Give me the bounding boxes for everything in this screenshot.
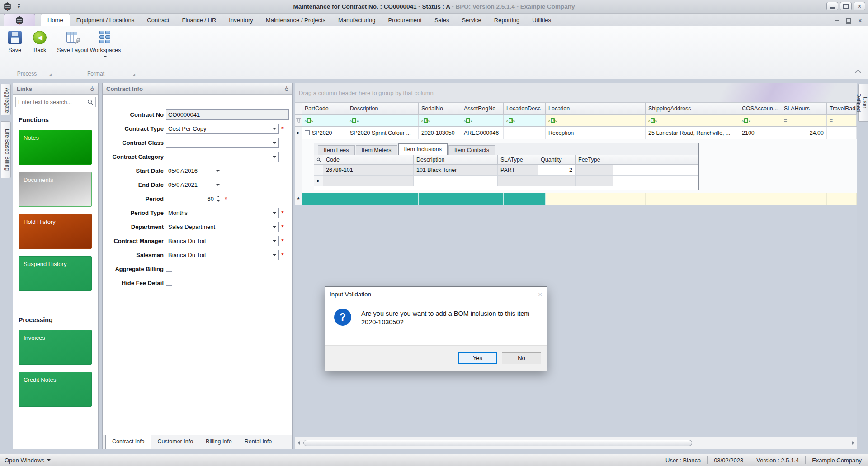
hold-history-button[interactable]: Hold History: [19, 214, 92, 249]
cell-location[interactable]: Reception: [546, 127, 646, 139]
cell-slatype[interactable]: [498, 176, 538, 186]
new-cell-locationdesc[interactable]: [504, 193, 546, 205]
suspend-history-button[interactable]: Suspend History: [19, 256, 92, 291]
column-header-shippingaddress[interactable]: ShippingAddress: [646, 103, 739, 114]
filter-cell-slahours[interactable]: =: [781, 115, 827, 126]
spin-up-icon[interactable]: [217, 196, 220, 197]
end-date-picker[interactable]: 05/07/2021: [166, 180, 222, 190]
ribbon-tab-utilities[interactable]: Utilities: [526, 14, 557, 26]
period-stepper[interactable]: [166, 194, 222, 204]
cell-partcode[interactable]: SP2020: [302, 127, 347, 139]
new-cell-slahours[interactable]: [781, 193, 827, 205]
scroll-right-icon[interactable]: [852, 441, 854, 445]
column-header-slahours[interactable]: SLAHours: [781, 103, 827, 114]
inclusion-row[interactable]: 26789-101 101 Black Toner PART 2: [314, 165, 698, 176]
column-header-assetregno[interactable]: AssetRegNo: [461, 103, 504, 114]
cell-travelradius[interactable]: [827, 127, 857, 139]
column-header-cosaccount[interactable]: COSAccoun...: [739, 103, 781, 114]
dock-tab-user-defined[interactable]: User Defined: [858, 84, 868, 122]
cell-slatype[interactable]: PART: [498, 165, 538, 175]
tab-item-inclusions[interactable]: Item Inclusions: [398, 143, 448, 155]
cell-quantity[interactable]: [538, 176, 576, 186]
column-header-feetype[interactable]: FeeType: [576, 155, 613, 164]
scrollbar-thumb[interactable]: [303, 440, 692, 446]
cell-serialno[interactable]: 2020-103050: [419, 127, 461, 139]
cell-quantity[interactable]: 2: [538, 165, 576, 175]
no-button[interactable]: No: [502, 352, 541, 364]
dialog-close-icon[interactable]: ×: [538, 290, 542, 298]
pin-icon[interactable]: ⚲: [284, 86, 289, 92]
ribbon-tab-inventory[interactable]: Inventory: [222, 14, 259, 26]
salesman-dropdown[interactable]: Bianca Du Toit: [166, 250, 279, 260]
ribbon-tab-sales[interactable]: Sales: [428, 14, 456, 26]
new-cell-location[interactable]: [546, 193, 646, 205]
cell-locationdesc[interactable]: [504, 127, 546, 139]
save-button[interactable]: Save: [4, 29, 26, 53]
contract-class-dropdown[interactable]: [166, 138, 279, 148]
tab-rental-info[interactable]: Rental Info: [238, 435, 278, 449]
workspaces-button[interactable]: Workspaces: [90, 29, 120, 59]
filter-cell-description[interactable]: ᴀBᴄ: [347, 115, 419, 126]
tab-billing-info[interactable]: Billing Info: [199, 435, 238, 449]
department-dropdown[interactable]: Sales Department: [166, 222, 279, 232]
new-cell-cosaccount[interactable]: [739, 193, 781, 205]
column-header-partcode[interactable]: PartCode: [302, 103, 347, 114]
restore-button[interactable]: [840, 2, 852, 10]
documents-button[interactable]: Documents: [19, 172, 92, 207]
ribbon-tab-reporting[interactable]: Reporting: [488, 14, 526, 26]
group-dialog-launcher-icon[interactable]: ◢: [49, 73, 52, 76]
yes-button[interactable]: Yes: [458, 352, 497, 364]
contract-category-dropdown[interactable]: [166, 152, 279, 162]
filter-cell-partcode[interactable]: ᴀBᴄ: [302, 115, 347, 126]
filter-cell-assetregno[interactable]: ᴀBᴄ: [461, 115, 504, 126]
save-layout-button[interactable]: Save Layout: [58, 29, 88, 59]
mdi-restore-icon[interactable]: [846, 19, 851, 23]
column-header-code[interactable]: Code: [323, 155, 414, 164]
contract-manager-dropdown[interactable]: Bianca Du Toit: [166, 236, 279, 246]
contract-no-input[interactable]: [168, 111, 287, 118]
new-cell-shippingaddress[interactable]: [646, 193, 739, 205]
filter-cell-cosaccount[interactable]: ᴀBᴄ: [739, 115, 781, 126]
grid-group-panel[interactable]: Drag a column header here to group by th…: [295, 83, 857, 103]
filter-cell-locationdesc[interactable]: ᴀBᴄ: [504, 115, 546, 126]
period-input[interactable]: [168, 195, 214, 202]
collapse-row-icon[interactable]: [305, 130, 310, 135]
tab-item-contacts[interactable]: Item Contacts: [448, 145, 495, 155]
filter-cell-location[interactable]: ᴀBᴄ: [546, 115, 646, 126]
inclusions-search-cell[interactable]: [314, 155, 323, 164]
ribbon-tab-finance-hr[interactable]: Finance / HR: [175, 14, 222, 26]
ribbon-tab-contract[interactable]: Contract: [141, 14, 175, 26]
ribbon-tab-service[interactable]: Service: [455, 14, 487, 26]
column-header-location[interactable]: Location: [546, 103, 646, 114]
invoices-button[interactable]: Invoices: [19, 330, 92, 365]
filter-cell-travelradius[interactable]: =: [827, 115, 857, 126]
column-header-slatype[interactable]: SLAType: [498, 155, 538, 164]
inclusion-new-row[interactable]: ▶: [314, 176, 698, 186]
cell-shippingaddress[interactable]: 25 Lonestar Road, Ranchville, ...: [646, 127, 739, 139]
horizontal-scrollbar[interactable]: [295, 437, 857, 449]
filter-cell-shippingaddress[interactable]: ᴀBᴄ: [646, 115, 739, 126]
quick-access-dropdown-icon[interactable]: ▾: [18, 4, 20, 10]
cell-code[interactable]: [323, 176, 414, 186]
dock-tab-aggregate[interactable]: Aggregate: [1, 84, 11, 115]
group-dialog-launcher-icon[interactable]: ◢: [133, 73, 135, 76]
grid-new-row[interactable]: *: [295, 193, 857, 205]
open-windows-button[interactable]: Open Windows: [0, 457, 51, 464]
cell-assetregno[interactable]: AREG000046: [461, 127, 504, 139]
column-header-serialno[interactable]: SerialNo: [419, 103, 461, 114]
cell-feetype[interactable]: [576, 165, 613, 175]
ribbon-tab-home[interactable]: Home: [41, 14, 70, 26]
cell-detail-description[interactable]: 101 Black Toner: [414, 165, 498, 175]
period-type-dropdown[interactable]: Months: [166, 208, 279, 218]
ribbon-tab-equipment-locations[interactable]: Equipment / Locations: [70, 14, 141, 26]
credit-notes-button[interactable]: Credit Notes: [19, 372, 92, 407]
cell-detail-description[interactable]: [414, 176, 498, 186]
new-cell-assetregno[interactable]: [461, 193, 504, 205]
tab-contract-info[interactable]: Contract Info: [105, 435, 151, 449]
tab-item-fees[interactable]: Item Fees: [318, 145, 355, 155]
filter-cell-serialno[interactable]: ᴀBᴄ: [419, 115, 461, 126]
column-header-quantity[interactable]: Quantity: [538, 155, 576, 164]
dock-tab-life-based-billing[interactable]: Life Based Billing: [1, 121, 11, 178]
new-cell-travelradius[interactable]: [827, 193, 857, 205]
spin-down-icon[interactable]: [217, 200, 220, 202]
